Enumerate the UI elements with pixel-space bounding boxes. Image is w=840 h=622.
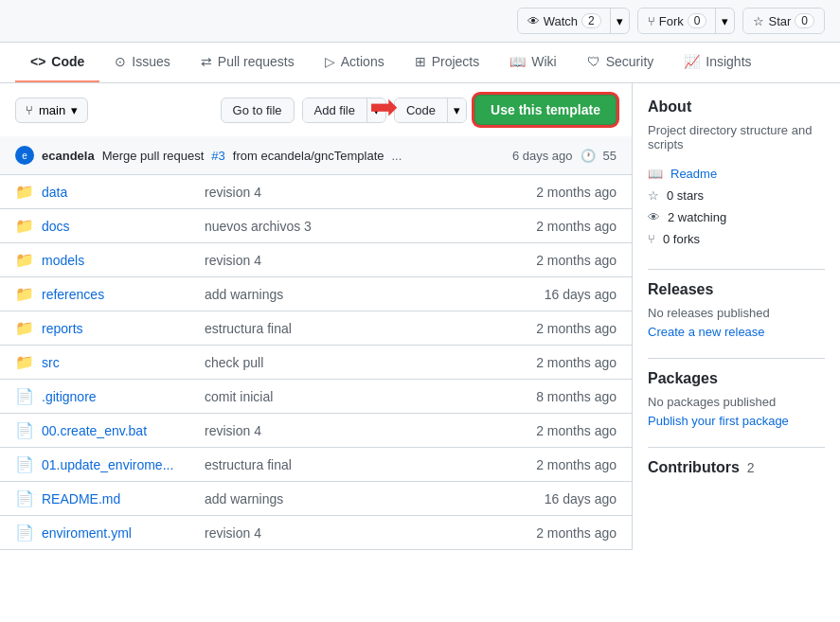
file-time: 2 months ago (434, 209, 632, 243)
branch-chevron-icon: ▾ (71, 103, 78, 117)
watch-count: 2 (581, 13, 601, 28)
tab-insights-label: Insights (706, 54, 751, 69)
code-btn-group: Code ▾ (394, 98, 467, 123)
content-area: ➡ ⑂ main ▾ Go to file Add file ▾ Code ▾ … (0, 83, 840, 550)
releases-none: No releases published (648, 306, 825, 320)
security-icon: 🛡 (587, 54, 600, 69)
file-desc: revision 4 (189, 414, 434, 448)
table-row: 📁 docs nuevos archivos 3 2 months ago (0, 209, 632, 243)
watch-label: Watch (544, 14, 578, 28)
file-time: 2 months ago (434, 311, 632, 346)
file-icon: 📄 (15, 489, 34, 507)
file-name[interactable]: 📄 enviroment.yml (15, 524, 174, 542)
tab-security-label: Security (606, 54, 654, 69)
tab-wiki-label: Wiki (531, 54, 556, 69)
star-label: Star (768, 14, 791, 28)
file-name[interactable]: 📁 references (15, 285, 174, 303)
table-row: 📁 src check pull 2 months ago (0, 346, 632, 380)
file-name[interactable]: 📄 .gitignore (15, 387, 174, 405)
fork-btn-group: ⑂ Fork 0 ▾ (637, 8, 736, 34)
arrow-overlay: ➡ (369, 87, 398, 127)
code-dropdown[interactable]: ▾ (447, 98, 466, 122)
branch-selector[interactable]: ⑂ main ▾ (15, 98, 88, 123)
file-icon: 📄 (15, 387, 34, 405)
file-desc: revision 4 (189, 175, 434, 209)
eye-icon: 👁 (527, 14, 540, 28)
file-icon: 📄 (15, 455, 34, 473)
stars-item: ☆ 0 stars (648, 185, 825, 206)
book-icon: 📖 (648, 167, 663, 181)
avatar: e (15, 146, 34, 165)
main-content: ➡ ⑂ main ▾ Go to file Add file ▾ Code ▾ … (0, 83, 632, 550)
file-name[interactable]: 📁 docs (15, 217, 174, 235)
fork-dropdown[interactable]: ▾ (715, 9, 734, 33)
packages-title: Packages (648, 370, 825, 387)
file-desc: check pull (189, 346, 434, 380)
fork-label: Fork (659, 14, 684, 28)
star-button[interactable]: ☆ Star 0 (743, 9, 824, 33)
file-name[interactable]: 📄 00.create_env.bat (15, 421, 174, 439)
file-name[interactable]: 📁 src (15, 353, 174, 371)
packages-section: Packages No packages published Publish y… (648, 370, 825, 428)
table-row: 📁 data revision 4 2 months ago (0, 175, 632, 209)
tab-projects[interactable]: ⊞ Projects (400, 43, 495, 82)
file-name[interactable]: 📁 data (15, 183, 174, 201)
projects-icon: ⊞ (415, 54, 426, 69)
file-time: 2 months ago (434, 243, 632, 277)
commit-dots: ... (392, 149, 402, 163)
file-desc: revision 4 (189, 516, 434, 550)
forks-item: ⑂ 0 forks (648, 228, 825, 250)
code-icon: <> (30, 54, 45, 69)
add-file-button[interactable]: Add file (303, 98, 366, 122)
tab-code[interactable]: <> Code (15, 43, 99, 82)
file-time: 2 months ago (434, 414, 632, 448)
table-row: 📄 01.update_envirome... estructura final… (0, 448, 632, 482)
fork-button[interactable]: ⑂ Fork 0 (638, 9, 717, 33)
file-time: 16 days ago (434, 277, 632, 311)
tab-security[interactable]: 🛡 Security (572, 43, 670, 82)
star-btn-group: ☆ Star 0 (742, 8, 825, 34)
file-name[interactable]: 📁 models (15, 251, 174, 269)
branch-icon: ⑂ (26, 103, 33, 117)
create-release-link[interactable]: Create a new release (648, 325, 765, 339)
file-desc: add warnings (189, 482, 434, 516)
commit-author[interactable]: ecandela (42, 149, 95, 163)
file-desc: estructura final (189, 311, 434, 346)
tab-issues-label: Issues (132, 54, 170, 69)
star-count: 0 (795, 13, 814, 28)
about-section: About Project directory structure and sc… (648, 98, 825, 250)
tab-pr-label: Pull requests (218, 54, 295, 69)
watch-button[interactable]: 👁 Watch 2 (518, 9, 611, 33)
file-time: 8 months ago (434, 380, 632, 414)
tab-projects-label: Projects (432, 54, 480, 69)
tab-pull-requests[interactable]: ⇄ Pull requests (186, 43, 310, 82)
commit-pr-link[interactable]: #3 (211, 149, 224, 163)
tab-actions[interactable]: ▷ Actions (310, 43, 400, 82)
folder-icon: 📁 (15, 183, 34, 201)
table-row: 📄 README.md add warnings 16 days ago (0, 482, 632, 516)
goto-file-button[interactable]: Go to file (221, 98, 295, 123)
stars-count: 0 stars (667, 188, 704, 203)
tab-issues[interactable]: ⊙ Issues (99, 43, 185, 82)
about-title: About (648, 98, 825, 116)
sidebar-divider-1 (648, 269, 825, 270)
file-desc: estructura final (189, 448, 434, 482)
forks-count: 0 forks (663, 232, 700, 246)
file-time: 2 months ago (434, 346, 632, 380)
readme-item: 📖 Readme (648, 163, 825, 185)
folder-icon: 📁 (15, 251, 34, 269)
tab-wiki[interactable]: 📖 Wiki (494, 43, 571, 82)
table-row: 📁 models revision 4 2 months ago (0, 243, 632, 277)
use-template-button[interactable]: Use this template (474, 95, 617, 125)
readme-link[interactable]: Readme (670, 167, 717, 181)
about-desc: Project directory structure and scripts (648, 123, 825, 151)
commit-hash[interactable]: 55 (603, 149, 617, 163)
file-name[interactable]: 📄 README.md (15, 489, 174, 507)
code-button[interactable]: Code (395, 98, 447, 122)
publish-package-link[interactable]: Publish your first package (648, 414, 789, 428)
tab-insights[interactable]: 📈 Insights (669, 43, 766, 82)
file-desc: nuevos archivos 3 (189, 209, 434, 243)
file-name[interactable]: 📁 reports (15, 319, 174, 337)
watch-dropdown[interactable]: ▾ (610, 9, 629, 33)
file-name[interactable]: 📄 01.update_envirome... (15, 455, 174, 473)
